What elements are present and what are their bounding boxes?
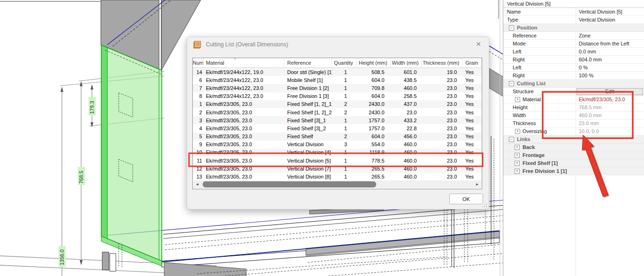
row-value[interactable]: Zone [576,32,644,39]
row-value[interactable]: 100 % [576,72,644,79]
table-cell: 23.0 [422,126,462,131]
column-header-num[interactable]: Num [193,58,204,67]
expand-toggle[interactable]: − [509,137,514,142]
table-row[interactable]: 3Ek/mdf/23/305, 23.0Fixed Shelf [3]_1117… [193,116,482,124]
table-cell: Free Division 1 [3] [284,93,332,99]
table-row[interactable]: 12Ek/mdf/23/305, 23.0Vertical Division [… [193,164,482,172]
row-label: Left [503,64,576,71]
table-row[interactable]: 7Ek/mdf/23/244x122, 23.0Free Division 1 … [193,84,482,92]
cutting-list-dialog: Cutting List (Overall Dimensions) ✕ ^ Nu… [187,37,489,209]
table-cell: 554.0 [356,142,391,147]
expand-toggle[interactable]: + [515,129,520,134]
group-row-links[interactable]: −Links [503,135,644,143]
table-row-highlighted[interactable]: 11Ek/mdf/23/305, 23.0Vertical Division [… [193,157,482,164]
table-cell: 11 [193,158,204,164]
expand-toggle[interactable]: + [515,145,520,150]
table-cell: Fixed Shelf [1, 2]_2 [284,110,332,115]
link-item-back[interactable]: +Back [503,143,644,151]
table-cell: 460.0 [391,158,422,164]
row-value[interactable]: 460.0 mm [576,112,644,119]
row-value[interactable]: Vertical Division [576,16,644,23]
table-row[interactable]: 9Ek/mdf/23/305, 23.0Vertical Division355… [193,141,482,149]
row-value[interactable]: Distance from the Left [576,40,644,47]
property-grid: NameVertical Division [5]TypeVertical Di… [503,8,644,175]
dialog-title: Cutting List (Overall Dimensions) [206,41,288,48]
row-value[interactable]: 768.5 mm [576,104,644,111]
table-row[interactable]: 5Ek/mdf/23/305, 23.0Fixed Shelf2604.0456… [193,133,482,141]
property-row-structure[interactable]: StructureEdit [503,88,644,96]
column-header-material[interactable]: Material [204,58,284,67]
selected-vertical-division-panel[interactable] [101,45,162,266]
property-row-right[interactable]: Right604.0 mm [503,56,644,64]
table-row[interactable]: 10Ek/mdf/23/305, 23.0Vertical Division [… [193,149,482,157]
property-row-reference[interactable]: ReferenceZone [503,32,644,40]
table-row[interactable]: 14Ek/mdf/19/244x122, 19.0Door std (Singl… [193,68,482,76]
horizontal-scrollbar[interactable]: ◄ ► [193,180,481,188]
property-row-left[interactable]: Left0.0 mm [503,48,644,56]
link-item-frontage[interactable]: +Frontage [503,151,644,159]
table-cell: Ek/mdf/23/305, 23.0 [204,134,284,139]
row-value[interactable]: Ek/mdf/23/305, 23.0 [576,96,644,103]
property-row-material[interactable]: +MaterialEk/mdf/23/305, 23.0 [503,96,644,104]
link-item-free-division-1-1[interactable]: +Free Division 1 [1] [503,167,644,175]
row-label: Right [503,56,576,63]
property-row-width[interactable]: Width460.0 mm [503,112,644,119]
close-button[interactable]: ✕ [476,40,481,48]
row-value[interactable]: 0.0 mm [576,48,644,55]
property-row-left[interactable]: Left0 % [503,64,644,72]
table-cell: 1 [332,166,356,172]
row-value[interactable]: 0 % [576,64,644,71]
column-header-grain[interactable]: Grain [462,58,482,67]
link-item-fixed-shelf-1[interactable]: +Fixed Shelf [1] [503,159,644,167]
column-header-height-mm[interactable]: Height (mm) [356,58,391,67]
table-cell: Yes [462,118,482,123]
scrollbar-thumb[interactable] [203,181,376,187]
property-row-name[interactable]: NameVertical Division [5] [503,8,644,16]
group-row-cutting-list[interactable]: −Cutting List [503,80,644,88]
row-value[interactable]: Vertical Division [5] [576,8,644,15]
table-row[interactable]: 13Ek/mdf/23/305, 23.0Vertical Division [… [193,172,482,180]
column-header-width-mm[interactable]: Width (mm) [391,58,422,67]
expand-toggle[interactable]: + [515,97,520,102]
expand-toggle[interactable]: + [515,161,520,166]
expand-toggle[interactable]: − [509,25,514,30]
table-row[interactable]: 8Ek/mdf/23/244x122, 23.0Free Division 1 … [193,92,482,100]
expand-toggle[interactable]: + [515,169,520,174]
scroll-right-button[interactable]: ► [473,180,481,188]
column-header-thickness-mm[interactable]: Thickness (mm) [422,58,462,67]
row-value[interactable]: 604.0 mm [576,56,644,63]
property-row-height[interactable]: Height768.5 mm [503,104,644,112]
column-header-quantity[interactable]: Quantity [332,58,356,67]
group-row-position[interactable]: −Position [503,24,644,32]
dialog-titlebar[interactable]: Cutting List (Overall Dimensions) ✕ [187,37,489,53]
property-row-oversizing[interactable]: +Oversizing10.0, 0.0 [503,127,644,135]
expand-toggle[interactable]: − [509,81,514,86]
table-cell: 19.0 [422,69,462,75]
row-label: Type [503,16,576,23]
dimension-label-179: 179.3 [89,97,96,115]
row-label: Cutting List [517,80,546,87]
svg-text:179.3: 179.3 [89,101,95,114]
table-cell: Vertical Division [8] [284,174,332,179]
panel-empty-area [503,175,644,276]
property-row-thickness[interactable]: Thickness23.0 mm [503,119,644,127]
table-cell: Yes [462,174,482,179]
row-value[interactable]: 23.0 mm [576,119,644,127]
scrollbar-track[interactable] [201,180,473,188]
table-row[interactable]: 2Ek/mdf/23/305, 23.0Fixed Shelf [1, 2]_2… [193,108,482,116]
edit-button[interactable]: Edit [576,88,643,95]
expand-toggle[interactable]: + [515,153,520,158]
ok-button[interactable]: OK [449,194,483,204]
table-row[interactable]: 6Ek/mdf/23/244x122, 23.0Mobile Shelf [1]… [193,76,482,84]
table-cell: 3 [332,142,356,147]
column-header-reference[interactable]: Reference [284,58,332,67]
table-row[interactable]: 1Ek/mdf/23/305, 23.0Fixed Shelf [1, 2]_1… [193,100,482,108]
table-cell: Mobile Shelf [1] [284,77,332,83]
resize-grip[interactable] [482,202,487,207]
property-row-type[interactable]: TypeVertical Division [503,16,644,24]
row-value[interactable]: 10.0, 0.0 [576,127,644,135]
property-row-mode[interactable]: ModeDistance from the Left [503,40,644,48]
table-row[interactable]: 4Ek/mdf/23/305, 23.0Fixed Shelf [3]_2117… [193,124,482,132]
property-row-right[interactable]: Right100 % [503,72,644,80]
scroll-left-button[interactable]: ◄ [193,180,201,188]
